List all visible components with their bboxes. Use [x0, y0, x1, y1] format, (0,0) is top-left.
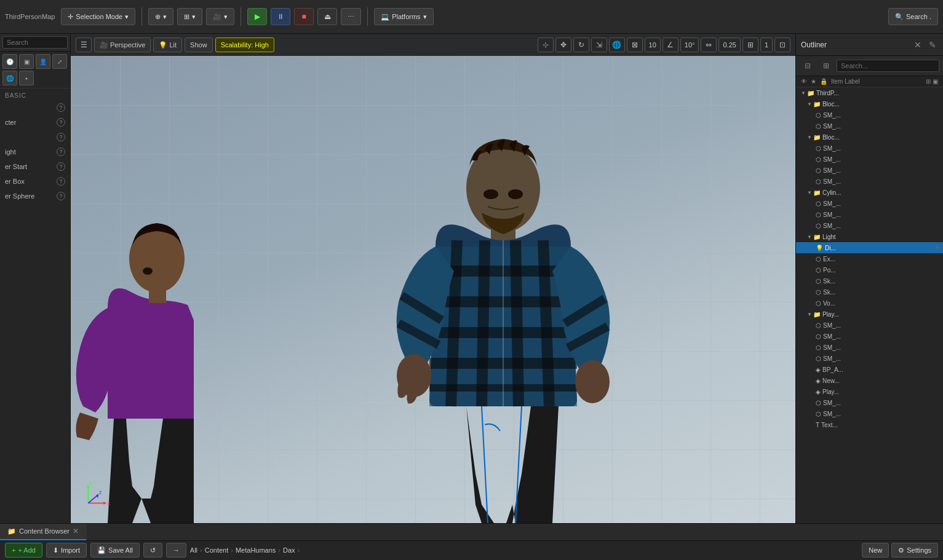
tree-sm-15[interactable]: ⬡ SM_...	[796, 408, 943, 419]
add-btn[interactable]: + + Add	[5, 543, 42, 558]
breadcrumb-dax[interactable]: Dax	[283, 546, 295, 554]
snap-badge[interactable]: 1	[760, 37, 773, 52]
globe-btn[interactable]: 🌐	[609, 37, 625, 52]
tree-sm-8[interactable]: ⬡ SM_...	[796, 209, 943, 220]
icon-expand[interactable]: ⤢	[52, 54, 67, 69]
tree-sm-14[interactable]: ⬡ SM_...	[796, 397, 943, 408]
tree-sm-7[interactable]: ⬡ SM_...	[796, 198, 943, 209]
skip-button[interactable]: ⏏	[317, 8, 337, 25]
tree-vo[interactable]: ⬡ Vo...	[796, 298, 943, 309]
tree-sm-3[interactable]: ⬡ SM_...	[796, 143, 943, 154]
perspective-btn[interactable]: 🎥 Perspective	[94, 37, 151, 52]
tree-text[interactable]: T Text...	[796, 419, 943, 430]
grid-size-badge[interactable]: 10	[645, 37, 661, 52]
help-icon-4[interactable]: ?	[57, 148, 65, 156]
tree-sm-6[interactable]: ⬡ SM_...	[796, 176, 943, 187]
tree-sk1[interactable]: ⬡ Sk...	[796, 275, 943, 286]
import-btn[interactable]: ⬇ Import	[46, 543, 87, 558]
panel-item-start[interactable]: er Start ?	[0, 159, 70, 174]
panel-item-light[interactable]: ight ?	[0, 144, 70, 159]
angle-btn[interactable]: ∠	[662, 37, 678, 52]
play-button[interactable]: ▶	[247, 8, 267, 25]
help-icon-5[interactable]: ?	[57, 162, 65, 171]
outliner-filter-btn[interactable]: ⊟	[800, 58, 816, 73]
surface-btn[interactable]: ⊠	[627, 37, 643, 52]
tree-light-di-selected[interactable]: 💡 Di... 👁	[796, 242, 943, 253]
help-icon-3[interactable]: ?	[57, 133, 65, 141]
new-btn[interactable]: New	[862, 543, 889, 558]
panel-item-sphere[interactable]: er Sphere ?	[0, 189, 70, 203]
tree-sm-2[interactable]: ⬡ SM_...	[796, 120, 943, 132]
help-icon-1[interactable]: ?	[57, 103, 65, 112]
show-btn[interactable]: Show	[185, 37, 213, 52]
tree-sm-1[interactable]: ⬡ SM_...	[796, 109, 943, 120]
breadcrumb-content[interactable]: Content	[205, 546, 229, 554]
tree-item-root[interactable]: ▼ 📁 ThirdP...	[796, 87, 943, 98]
tree-play-actor[interactable]: ◈ Play...	[796, 386, 943, 397]
tree-sm-12[interactable]: ⬡ SM_...	[796, 342, 943, 353]
icon-world[interactable]: 🌐	[2, 71, 17, 85]
content-browser-tab-close[interactable]: ✕	[73, 527, 79, 535]
icon-shapes[interactable]: ▣	[19, 54, 34, 69]
left-search-input[interactable]	[2, 36, 68, 49]
more-options-btn[interactable]: ⋯	[341, 8, 361, 25]
selection-mode-btn[interactable]: ✛ Selection Mode ▾	[61, 8, 135, 25]
icon-recent[interactable]: 🕐	[2, 54, 17, 69]
tree-new[interactable]: ◈ New...	[796, 375, 943, 386]
outliner-tree[interactable]: ▼ 📁 ThirdP... ▼ 📁 Bloc... ⬡ SM_... ⬡ SM_…	[796, 87, 943, 523]
tree-sm-5[interactable]: ⬡ SM_...	[796, 165, 943, 176]
platforms-btn[interactable]: 💻 Platforms ▾	[374, 8, 433, 25]
pause-button[interactable]: ⏸	[271, 8, 290, 25]
help-icon-6[interactable]: ?	[57, 177, 65, 186]
search-btn[interactable]: 🔍 Search .	[888, 8, 938, 25]
tree-ex[interactable]: ⬡ Ex...	[796, 253, 943, 264]
tree-folder-light[interactable]: ▼ 📁 Light	[796, 231, 943, 242]
scale-badge[interactable]: 0.25	[718, 37, 740, 52]
tree-sm-13[interactable]: ⬡ SM_...	[796, 353, 943, 364]
panel-item-empty-1[interactable]: ?	[0, 100, 70, 115]
tree-bpa[interactable]: ◈ BP_A...	[796, 364, 943, 375]
settings-btn[interactable]: ⚙ Settings	[891, 543, 938, 558]
content-browser-tab[interactable]: 📁 Content Browser ✕	[0, 524, 87, 540]
tree-sm-10[interactable]: ⬡ SM_...	[796, 320, 943, 331]
tree-folder-bloc2[interactable]: ▼ 📁 Bloc...	[796, 132, 943, 143]
scale-tool-btn[interactable]: ⇲	[591, 37, 607, 52]
icon-small[interactable]: ▪	[19, 71, 34, 85]
tree-folder-play[interactable]: ▼ 📁 Play...	[796, 309, 943, 320]
tree-sm-4[interactable]: ⬡ SM_...	[796, 154, 943, 165]
help-icon-2[interactable]: ?	[57, 118, 65, 127]
outliner-search-input[interactable]	[837, 60, 939, 72]
breadcrumb-metahumans[interactable]: MetaHumans	[236, 546, 276, 554]
maximize-btn[interactable]: ⊡	[774, 37, 790, 52]
camera-btn[interactable]: 🎥 ▾	[206, 8, 234, 25]
tree-folder-bloc1[interactable]: ▼ 📁 Bloc...	[796, 98, 943, 109]
viewport-menu-btn[interactable]: ☰	[76, 37, 92, 52]
panel-item-empty-2[interactable]: ?	[0, 130, 70, 144]
outliner-sort-btn[interactable]: ⊞	[818, 58, 834, 73]
move-tool-btn[interactable]: ✥	[555, 37, 571, 52]
tree-sm-11[interactable]: ⬡ SM_...	[796, 331, 943, 342]
sync-btn[interactable]: ↺	[143, 543, 162, 558]
scale-btn[interactable]: ⇔	[701, 37, 717, 52]
snap-toggle-btn[interactable]: ⊞	[742, 37, 758, 52]
tree-sk2[interactable]: ⬡ Sk...	[796, 286, 943, 298]
stop-button[interactable]: ■	[294, 8, 314, 25]
angle-badge[interactable]: 10°	[680, 37, 699, 52]
panel-item-box[interactable]: er Box ?	[0, 174, 70, 189]
panel-item-character[interactable]: cter ?	[0, 115, 70, 130]
icon-characters[interactable]: 👤	[36, 54, 50, 69]
viewport[interactable]: ☰ 🎥 Perspective 💡 Lit Show Scalability: …	[71, 34, 795, 523]
transform-btn[interactable]: ⊕ ▾	[148, 8, 173, 25]
breadcrumb-all[interactable]: All	[190, 546, 197, 554]
save-all-btn[interactable]: 💾 Save All	[90, 543, 140, 558]
outliner-close-btn[interactable]: ✕	[912, 39, 923, 50]
select-tool-btn[interactable]: ⊹	[538, 37, 554, 52]
tree-folder-cylin[interactable]: ▼ 📁 Cylin...	[796, 187, 943, 198]
snap-btn[interactable]: ⊞ ▾	[177, 8, 202, 25]
lit-btn[interactable]: 💡 Lit	[153, 37, 182, 52]
tree-sm-9[interactable]: ⬡ SM_...	[796, 220, 943, 231]
tree-po[interactable]: ⬡ Po...	[796, 264, 943, 275]
help-icon-7[interactable]: ?	[57, 192, 65, 200]
outliner-edit-btn[interactable]: ✎	[927, 39, 938, 50]
nav-btn[interactable]: →	[166, 543, 186, 558]
